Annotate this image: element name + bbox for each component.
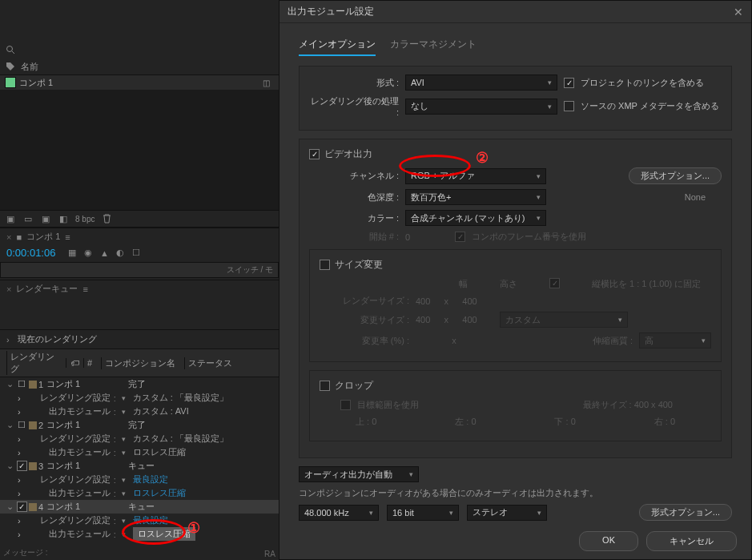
tc-icon-5[interactable]: ☐ <box>131 248 142 259</box>
col-tag[interactable]: 🏷 <box>66 358 80 368</box>
channel-select[interactable]: RGB + アルファ▾ <box>405 168 546 184</box>
interpret-icon[interactable]: ▣ <box>5 213 16 224</box>
dropdown-icon[interactable]: ▾ <box>122 517 130 525</box>
search-icon[interactable] <box>5 44 16 55</box>
render-checkbox[interactable] <box>16 502 27 512</box>
rq-tab-close-icon[interactable]: × <box>6 284 11 294</box>
dropdown-icon[interactable]: ▾ <box>122 394 130 402</box>
adjust-icon[interactable]: ◧ <box>58 213 69 224</box>
left-panel: 名前 コンポ 1 ◫ ▣ ▭ ▣ ◧ 8 bpc × ■ コンポ 1 ≡ 0:0… <box>0 0 279 560</box>
render-settings-value[interactable]: カスタム : 「最良設定」 <box>133 433 228 445</box>
queue-status: キュー <box>128 460 176 472</box>
color-select[interactable]: 合成チャンネル (マットあり)▾ <box>405 210 546 226</box>
tc-icon-3[interactable]: ▲ <box>99 248 110 259</box>
label-swatch[interactable] <box>29 462 37 470</box>
render-checkbox[interactable]: ☐ <box>16 420 27 430</box>
render-checkbox[interactable]: ☐ <box>16 379 27 389</box>
close-icon[interactable]: ✕ <box>734 6 743 18</box>
tc-icon-1[interactable]: ▦ <box>66 248 78 259</box>
tab-close-icon[interactable]: × <box>6 232 11 242</box>
output-module-value[interactable]: ロスレス圧縮 <box>133 446 186 458</box>
chevron-right-icon[interactable]: › <box>18 516 21 526</box>
color-label: カラー : <box>309 212 399 224</box>
format-options-button[interactable]: 形式オプション... <box>629 167 722 184</box>
col-num[interactable]: # <box>83 358 98 368</box>
queue-item[interactable]: ⌄ 4 コンポ 1 キュー <box>0 500 279 514</box>
queue-item[interactable]: ⌄ ☐ 1 コンポ 1 完了 <box>0 377 279 391</box>
depth-select[interactable]: 数百万色+▾ <box>405 189 546 205</box>
include-xmp-checkbox[interactable] <box>564 101 574 111</box>
render-settings-value[interactable]: 最良設定 <box>133 514 168 526</box>
expand-icon[interactable]: ⌄ <box>6 420 14 430</box>
chevron-down-icon: ▾ <box>537 193 541 201</box>
col-render[interactable]: レンダリング <box>6 351 62 375</box>
renderqueue-tab-label[interactable]: レンダーキュー <box>16 283 78 295</box>
chevron-right-icon[interactable]: › <box>18 434 21 444</box>
timeline-tab-label[interactable]: コンポ 1 <box>26 231 60 243</box>
project-item-row[interactable]: コンポ 1 ◫ <box>0 75 279 90</box>
format-select[interactable]: AVI▾ <box>405 75 557 91</box>
audio-channels-select[interactable]: ステレオ▾ <box>467 505 547 521</box>
new-folder-icon[interactable]: ▭ <box>22 213 34 224</box>
chevron-right-icon: › <box>6 335 14 344</box>
cancel-button[interactable]: キャンセル <box>646 531 737 551</box>
crop-checkbox[interactable] <box>320 381 330 391</box>
tab-color-management[interactable]: カラーマネジメント <box>390 38 477 56</box>
resize-checkbox[interactable] <box>320 260 330 270</box>
tag-icon[interactable] <box>5 62 16 72</box>
tab-menu-icon[interactable]: ≡ <box>65 232 70 242</box>
output-module-value[interactable]: ロスレス圧縮 <box>133 487 186 499</box>
chevron-right-icon[interactable]: › <box>18 475 21 485</box>
col-status[interactable]: ステータス <box>184 357 240 369</box>
render-checkbox[interactable] <box>16 461 27 471</box>
include-link-checkbox[interactable] <box>564 78 574 88</box>
audio-rate-select[interactable]: 48.000 kHz▾ <box>299 505 379 521</box>
ok-button[interactable]: OK <box>579 531 638 551</box>
label-swatch[interactable] <box>29 381 37 389</box>
dropdown-icon[interactable]: ▾ <box>122 449 130 457</box>
chevron-right-icon[interactable]: › <box>18 393 21 403</box>
render-settings-value[interactable]: カスタム : 「最良設定」 <box>133 392 228 404</box>
dropdown-icon[interactable]: ▾ <box>122 476 130 484</box>
dialog-footer: OK キャンセル <box>579 531 737 551</box>
dropdown-icon[interactable]: ▾ <box>122 435 130 443</box>
current-render-header[interactable]: › 現在のレンダリング <box>0 329 279 348</box>
col-comp[interactable]: コンポジション名 <box>101 357 181 369</box>
expand-icon[interactable]: ⌄ <box>6 502 14 512</box>
label-swatch[interactable] <box>29 503 37 511</box>
dropdown-icon[interactable]: ▾ <box>122 489 130 498</box>
tc-icon-4[interactable]: ◐ <box>115 248 126 259</box>
tab-main-options[interactable]: メインオプション <box>299 38 376 56</box>
tc-icon-2[interactable]: ◉ <box>82 248 94 259</box>
resize-group: サイズ変更 幅 高さ 縦横比を 1 : 1 (1.00) に固定 レンダーサイズ… <box>309 249 722 362</box>
square-icon: ■ <box>16 232 22 242</box>
audio-output-select[interactable]: オーディオ出力が自動▾ <box>299 466 419 482</box>
rq-tab-menu-icon[interactable]: ≡ <box>82 284 87 294</box>
label-swatch[interactable] <box>29 421 37 429</box>
expand-icon[interactable]: ⌄ <box>6 379 14 389</box>
dropdown-icon[interactable]: ▾ <box>122 408 130 416</box>
new-comp-icon[interactable]: ▣ <box>40 213 51 224</box>
queue-item[interactable]: ⌄ ☐ 2 コンポ 1 完了 <box>0 418 279 432</box>
expand-icon[interactable]: ⌄ <box>6 461 14 471</box>
postrender-select[interactable]: なし▾ <box>405 99 557 115</box>
chevron-right-icon[interactable]: › <box>18 530 21 539</box>
render-settings-value[interactable]: 最良設定 <box>133 473 168 485</box>
chevron-right-icon[interactable]: › <box>18 407 21 417</box>
audio-bit-select[interactable]: 16 bit▾ <box>387 505 459 521</box>
output-module-value[interactable]: カスタム : AVI <box>133 405 189 417</box>
output-module-value[interactable]: ロスレス圧縮 <box>133 527 195 541</box>
queue-item[interactable]: ⌄ 3 コンポ 1 キュー <box>0 459 279 473</box>
renderqueue-tab-row: × レンダーキュー ≡ <box>0 280 279 297</box>
chevron-right-icon[interactable]: › <box>18 489 21 498</box>
video-output-checkbox[interactable] <box>309 149 320 159</box>
svg-point-0 <box>7 46 13 52</box>
chevron-right-icon[interactable]: › <box>18 448 21 457</box>
audio-format-options-button[interactable]: 形式オプション... <box>639 504 732 521</box>
dropdown-icon[interactable]: ▾ <box>122 530 130 538</box>
name-column-header[interactable]: 名前 <box>21 61 38 73</box>
bpc-label[interactable]: 8 bpc <box>75 215 95 224</box>
timecode[interactable]: 0:00:01:06 <box>0 245 62 260</box>
render-settings-row: › レンダリング設定 :▾ 最良設定 <box>0 473 279 486</box>
trash-icon[interactable] <box>101 213 112 224</box>
